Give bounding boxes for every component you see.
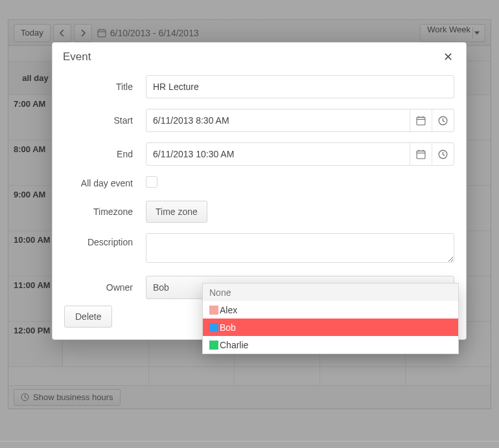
label-owner: Owner [64,282,146,293]
svg-rect-10 [417,151,425,159]
label-title: Title [64,82,146,92]
label-end: End [64,149,146,159]
start-time-picker-button[interactable] [432,109,454,131]
end-input[interactable] [146,142,454,166]
owner-option-none[interactable]: None [203,284,458,301]
start-input[interactable] [146,109,454,132]
close-button[interactable]: ✕ [440,49,456,65]
description-textarea[interactable] [146,233,454,263]
dialog-title: Event [63,50,91,63]
calendar-icon [416,116,426,126]
label-start: Start [64,115,146,126]
owner-option-label: None [209,287,231,298]
dialog-header: Event ✕ [52,43,466,71]
close-icon: ✕ [443,50,453,64]
owner-option-charlie[interactable]: Charlie [203,336,458,353]
owner-option-label: Charlie [220,340,248,350]
owner-option-label: Bob [220,322,236,333]
allday-checkbox[interactable] [146,176,157,188]
title-input[interactable] [146,75,454,98]
owner-dropdown-list: None Alex Bob Charlie [202,283,459,354]
owner-option-alex[interactable]: Alex [203,301,458,319]
delete-button[interactable]: Delete [64,306,112,328]
start-date-picker-button[interactable] [410,109,432,131]
owner-option-label: Alex [220,305,237,315]
svg-rect-5 [417,117,425,125]
owner-option-bob[interactable]: Bob [203,319,458,336]
label-timezone: Timezone [64,207,146,217]
end-date-picker-button[interactable] [410,143,432,165]
label-allday: All day event [64,178,146,188]
clock-icon [438,116,448,126]
color-swatch-icon [209,323,218,332]
label-description: Description [64,233,146,247]
owner-selected-label: Bob [153,282,169,293]
end-time-picker-button[interactable] [432,143,454,165]
color-swatch-icon [209,306,218,315]
calendar-icon [416,150,426,159]
clock-icon [438,150,448,159]
timezone-button[interactable]: Time zone [146,201,207,223]
color-swatch-icon [209,341,218,350]
